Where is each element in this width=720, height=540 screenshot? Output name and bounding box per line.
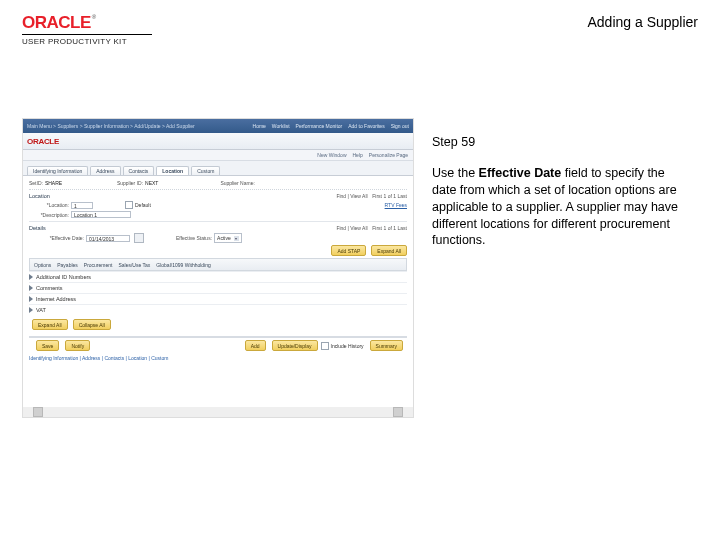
brand-rule bbox=[22, 34, 152, 35]
link-signout[interactable]: Sign out bbox=[391, 123, 409, 129]
instruction-bold: Effective Date bbox=[479, 166, 562, 180]
footer-right: Add Update/Display Include History Summa… bbox=[242, 340, 403, 351]
link-fav[interactable]: Add to Favorites bbox=[348, 123, 384, 129]
bottom-tabstrip[interactable]: Identifying Information | Address | Cont… bbox=[29, 355, 168, 361]
supname-label: Supplier Name: bbox=[220, 180, 254, 186]
horizontal-scrollbar[interactable] bbox=[23, 407, 413, 417]
update-button[interactable]: Update/Display bbox=[272, 340, 318, 351]
brand-subtitle: USER PRODUCTIVITY KIT bbox=[22, 37, 152, 46]
breadcrumb[interactable]: Main Menu > Suppliers > Supplier Informa… bbox=[27, 123, 195, 129]
notify-button[interactable]: Notify bbox=[65, 340, 90, 351]
last-link2[interactable]: Last bbox=[398, 225, 407, 231]
tab-custom[interactable]: Custom bbox=[191, 166, 220, 175]
page-header: ORACLE® USER PRODUCTIVITY KIT Adding a S… bbox=[22, 14, 698, 46]
effstat-dropdown[interactable]: Active▾ bbox=[214, 233, 242, 243]
location-header: Location bbox=[29, 193, 50, 199]
top-links: Home Worklist Performance Monitor Add to… bbox=[253, 123, 409, 129]
triangle-right-icon bbox=[29, 296, 33, 302]
step-label: Step 59 bbox=[432, 134, 692, 151]
col-payables[interactable]: Payables bbox=[57, 262, 78, 268]
desc-input[interactable]: Location 1 bbox=[71, 211, 131, 218]
footer-left: Save Notify bbox=[33, 340, 90, 351]
tab-contacts[interactable]: Contacts bbox=[123, 166, 155, 175]
app-screenshot: Main Menu > Suppliers > Supplier Informa… bbox=[22, 118, 414, 418]
setid-label: SetID: bbox=[29, 180, 43, 186]
effdate-input[interactable]: 01/14/2013 bbox=[86, 235, 130, 242]
link-home[interactable]: Home bbox=[253, 123, 266, 129]
find-link[interactable]: Find | View All bbox=[336, 193, 367, 199]
triangle-right-icon bbox=[29, 274, 33, 280]
app-content: SetID: SHARE Supplier ID: NEXT Supplier … bbox=[23, 176, 413, 367]
expand-all-button[interactable]: Expand All bbox=[371, 245, 407, 256]
setid-value: SHARE bbox=[45, 180, 85, 186]
supid-label: Supplier ID: bbox=[117, 180, 143, 186]
calendar-icon[interactable] bbox=[134, 233, 144, 243]
instruction-panel: Step 59 Use the Effective Date field to … bbox=[432, 134, 692, 249]
instruction-pre: Use the bbox=[432, 166, 479, 180]
link-perf[interactable]: Performance Monitor bbox=[296, 123, 343, 129]
instruction-text: Use the Effective Date field to specify … bbox=[432, 165, 692, 249]
desc-label: *Description: bbox=[29, 212, 69, 218]
default-label: Default bbox=[135, 202, 151, 208]
expander-label: Internet Address bbox=[36, 296, 76, 302]
detail-toolbar: Options Payables Procurement Sales/Use T… bbox=[29, 258, 407, 271]
tab-address[interactable]: Address bbox=[90, 166, 120, 175]
chevron-down-icon: ▾ bbox=[234, 236, 239, 241]
expander-vat[interactable]: VAT bbox=[29, 304, 407, 315]
count1: 1 of 1 bbox=[384, 193, 397, 199]
app-brandbar: ORACLE bbox=[23, 133, 413, 150]
brand-word: ORACLE bbox=[22, 13, 91, 32]
tab-location[interactable]: Location bbox=[156, 166, 189, 175]
brand-block: ORACLE® USER PRODUCTIVITY KIT bbox=[22, 14, 152, 46]
app-topbar: Main Menu > Suppliers > Supplier Informa… bbox=[23, 119, 413, 133]
link-newwindow[interactable]: New Window bbox=[317, 152, 346, 158]
include-history-checkbox[interactable]: Include History bbox=[321, 342, 364, 350]
count2: 1 of 1 bbox=[384, 225, 397, 231]
triangle-right-icon bbox=[29, 307, 33, 313]
last-link[interactable]: Last bbox=[398, 193, 407, 199]
add-stap-button[interactable]: Add STAP bbox=[331, 245, 366, 256]
page-title: Adding a Supplier bbox=[587, 14, 698, 30]
app-subheader: New Window Help Personalize Page bbox=[23, 150, 413, 161]
col-salestax[interactable]: Sales/Use Tax bbox=[118, 262, 150, 268]
summary-button[interactable]: Summary bbox=[370, 340, 403, 351]
scroll-right-icon[interactable] bbox=[393, 407, 403, 417]
default-checkbox[interactable]: Default bbox=[125, 201, 151, 209]
scroll-left-icon[interactable] bbox=[33, 407, 43, 417]
expander-idnumbers[interactable]: Additional ID Numbers bbox=[29, 271, 407, 282]
expander-label: Comments bbox=[36, 285, 63, 291]
link-help[interactable]: Help bbox=[353, 152, 363, 158]
tabstrip: Identifying Information Address Contacts… bbox=[23, 161, 413, 176]
save-button[interactable]: Save bbox=[36, 340, 59, 351]
supid-value: NEXT bbox=[145, 180, 158, 186]
app-brand: ORACLE bbox=[27, 137, 59, 146]
expander-comments[interactable]: Comments bbox=[29, 282, 407, 293]
include-history-label: Include History bbox=[331, 343, 364, 349]
effdate-label: *Effective Date: bbox=[29, 235, 84, 241]
link-worklist[interactable]: Worklist bbox=[272, 123, 290, 129]
expander-label: Additional ID Numbers bbox=[36, 274, 91, 280]
link-personalize[interactable]: Personalize Page bbox=[369, 152, 408, 158]
col-procurement[interactable]: Procurement bbox=[84, 262, 113, 268]
find-link2[interactable]: Find | View All bbox=[336, 225, 367, 231]
expander-internet[interactable]: Internet Address bbox=[29, 293, 407, 304]
col-withholding[interactable]: Global/1099 Withholding bbox=[156, 262, 210, 268]
brand-trademark: ® bbox=[92, 14, 96, 20]
rtv-link[interactable]: RTV Fees bbox=[385, 202, 407, 208]
col-options[interactable]: Options bbox=[34, 262, 51, 268]
first-link[interactable]: First bbox=[372, 193, 382, 199]
first-link2[interactable]: First bbox=[372, 225, 382, 231]
collapse-all-button[interactable]: Collapse All bbox=[73, 319, 111, 330]
effstat-value: Active bbox=[217, 235, 231, 241]
triangle-right-icon bbox=[29, 285, 33, 291]
details-header: Details bbox=[29, 225, 46, 231]
effstat-label: Effective Status: bbox=[176, 235, 212, 241]
tab-identifying[interactable]: Identifying Information bbox=[27, 166, 88, 175]
expander-label: VAT bbox=[36, 307, 46, 313]
loc-input[interactable]: 1 bbox=[71, 202, 93, 209]
add-button[interactable]: Add bbox=[245, 340, 266, 351]
expand-all-button2[interactable]: Expand All bbox=[32, 319, 68, 330]
loc-label: *Location: bbox=[29, 202, 69, 208]
